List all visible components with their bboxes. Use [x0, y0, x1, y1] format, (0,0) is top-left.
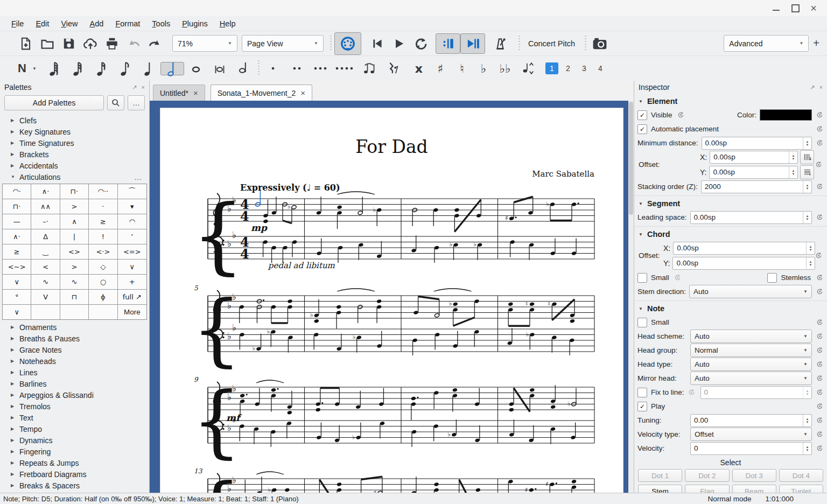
- longa-note-button[interactable]: [232, 58, 255, 79]
- articulation-cell[interactable]: ≥: [3, 244, 31, 260]
- add-palettes-button[interactable]: Add Palettes: [4, 95, 104, 110]
- augmentation-dot-2-button[interactable]: [286, 58, 310, 79]
- voice-4-button[interactable]: 4: [594, 62, 607, 74]
- section-note[interactable]: ▼ Note: [634, 300, 827, 315]
- breve-note-button[interactable]: [208, 58, 232, 79]
- reset-icon[interactable]: [815, 374, 824, 383]
- menu-tools[interactable]: Tools: [146, 19, 176, 28]
- offset-y-spinbox[interactable]: 0.00sp▲▼: [709, 166, 798, 179]
- articulation-cell[interactable]: <: [31, 260, 60, 275]
- articulation-cell[interactable]: ɸ: [89, 290, 117, 305]
- articulation-cell[interactable]: ○: [89, 275, 117, 290]
- whole-note-button[interactable]: [184, 58, 208, 79]
- velocity-spinbox[interactable]: 0▲▼: [690, 442, 812, 455]
- augmentation-dot-4-button[interactable]: [334, 58, 358, 79]
- chord-small-checkbox[interactable]: [637, 273, 647, 283]
- rest-button[interactable]: [381, 58, 405, 79]
- canvas-scrollbar[interactable]: [628, 101, 634, 493]
- palette-item-tempo[interactable]: ▶Tempo: [0, 423, 149, 435]
- flip-direction-button[interactable]: [516, 58, 539, 79]
- workspace-select[interactable]: Advanced▼: [724, 35, 809, 52]
- pan-playback-toggle[interactable]: [460, 33, 485, 54]
- pedal-marking[interactable]: pedal ad libitum: [268, 261, 335, 270]
- articulation-cell[interactable]: ∧·: [31, 184, 60, 199]
- quarter-note-button[interactable]: [137, 58, 160, 79]
- palette-item-noteheads[interactable]: ▶Noteheads: [0, 355, 149, 367]
- reset-icon[interactable]: [674, 274, 682, 282]
- view-mode-select[interactable]: Page View▼: [242, 35, 324, 52]
- leading-space-spinbox[interactable]: 0.00sp▲▼: [690, 211, 812, 224]
- score-title[interactable]: For Dad: [160, 136, 623, 157]
- articulation-cell[interactable]: ∆: [31, 229, 60, 244]
- palette-item-breaths-pauses[interactable]: ▶Breaths & Pauses: [0, 333, 149, 344]
- menu-view[interactable]: View: [55, 19, 83, 28]
- natural-button[interactable]: ♮: [451, 58, 473, 79]
- snap-vertical-grid-button[interactable]: [800, 165, 814, 179]
- chevron-down-icon[interactable]: ▼: [32, 66, 37, 71]
- palette-item-barlines[interactable]: ▶Barlines: [0, 378, 149, 389]
- select-dot-1-button[interactable]: Dot 1: [638, 469, 682, 482]
- articulation-cell[interactable]: ∨: [118, 260, 146, 275]
- redo-button[interactable]: [144, 34, 166, 53]
- close-icon[interactable]: ×: [805, 0, 822, 16]
- reset-icon[interactable]: [815, 288, 824, 296]
- search-palettes-button[interactable]: [107, 95, 124, 110]
- palette-item-lines[interactable]: ▶Lines: [0, 367, 149, 378]
- add-workspace-button[interactable]: +: [809, 37, 824, 50]
- note-small-checkbox[interactable]: [637, 318, 647, 327]
- articulation-cell[interactable]: ·: [89, 199, 117, 214]
- tempo-marking[interactable]: Expressively (♩ = 60): [240, 183, 340, 193]
- rewind-button[interactable]: [367, 34, 388, 53]
- stemless-checkbox[interactable]: [767, 273, 777, 283]
- reset-icon[interactable]: [815, 183, 824, 191]
- stem-direction-select[interactable]: Auto▼: [689, 285, 812, 298]
- midi-input-toggle[interactable]: [334, 32, 361, 55]
- play-button[interactable]: [388, 34, 410, 53]
- head-scheme-select[interactable]: Auto▼: [690, 330, 812, 343]
- menu-plugins[interactable]: Plugins: [176, 19, 214, 28]
- articulation-cell[interactable]: [60, 305, 89, 319]
- mirror-head-select[interactable]: Auto▼: [690, 372, 812, 385]
- reset-icon[interactable]: [815, 332, 824, 341]
- reset-icon[interactable]: [814, 251, 823, 260]
- articulation-cell[interactable]: ⁀: [118, 184, 146, 199]
- tie-button[interactable]: [358, 58, 381, 79]
- articulation-cell[interactable]: ◠: [118, 214, 146, 229]
- reset-icon[interactable]: [815, 213, 824, 222]
- menu-format[interactable]: Format: [109, 19, 146, 28]
- palette-item-dynamics[interactable]: ▶Dynamics: [0, 435, 149, 446]
- articulation-cell[interactable]: [89, 305, 117, 319]
- palette-item-accidentals[interactable]: ▶Accidentals: [0, 160, 149, 171]
- menu-edit[interactable]: Edit: [30, 19, 55, 28]
- play-repeats-toggle[interactable]: [436, 33, 460, 54]
- articulation-cell[interactable]: ∧: [60, 214, 89, 229]
- palette-item-tremolos[interactable]: ▶Tremolos: [0, 401, 149, 412]
- offset-x-spinbox[interactable]: 0.00sp▲▼: [710, 151, 798, 164]
- fix-to-line-spinbox[interactable]: 0▲▼: [700, 386, 812, 399]
- articulation-cell[interactable]: ◇: [89, 260, 117, 275]
- articulation-cell[interactable]: ⊓·: [60, 184, 89, 199]
- velocity-type-select[interactable]: Offset▼: [690, 428, 812, 441]
- menu-add[interactable]: Add: [84, 19, 110, 28]
- articulation-cell[interactable]: ⊓: [60, 290, 89, 305]
- palette-item-grace-notes[interactable]: ▶Grace Notes: [0, 344, 149, 355]
- articulation-cell[interactable]: —: [3, 214, 31, 229]
- select-flag-button[interactable]: Flag: [685, 485, 729, 493]
- tab-sonata[interactable]: Sonata_1-Movement_2×: [211, 85, 312, 101]
- reset-icon[interactable]: [814, 160, 823, 169]
- articulation-cell[interactable]: ’: [118, 229, 146, 244]
- articulation-cell[interactable]: <>: [60, 244, 89, 260]
- articulation-cell[interactable]: ◠··: [89, 184, 117, 199]
- color-swatch[interactable]: [760, 109, 812, 121]
- articulation-cell[interactable]: >: [60, 260, 89, 275]
- reset-icon[interactable]: [677, 111, 685, 120]
- articulation-cell[interactable]: ∧·: [3, 229, 31, 244]
- articulation-cell[interactable]: –·: [31, 214, 60, 229]
- reset-icon[interactable]: [815, 416, 824, 425]
- palettes-menu-button[interactable]: …: [128, 95, 145, 110]
- loop-playback-button[interactable]: [410, 34, 431, 53]
- articulation-cell[interactable]: ∨: [3, 275, 31, 290]
- reset-icon[interactable]: [815, 444, 824, 453]
- articulation-cell[interactable]: ◠·: [3, 184, 31, 199]
- head-type-select[interactable]: Auto▼: [690, 358, 812, 371]
